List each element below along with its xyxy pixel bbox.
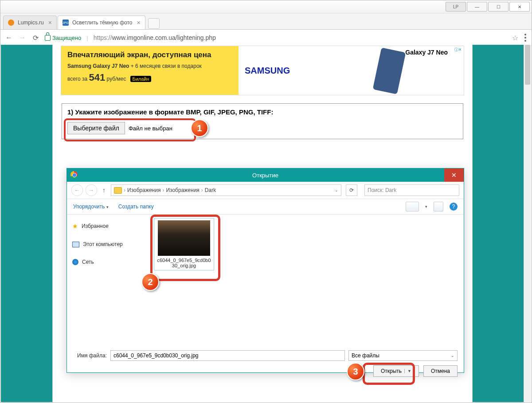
filename-label: Имя файла:: [73, 352, 107, 359]
file-type-select[interactable]: Все файлы⌄: [348, 350, 458, 361]
sidebar-item-network[interactable]: Сеть: [70, 256, 145, 268]
secure-label: Защищено: [52, 35, 81, 41]
url-field[interactable]: https://www.imgonline.com.ua/lightening.…: [94, 34, 507, 41]
tab-label: Осветлить тёмную фото: [72, 20, 133, 26]
choose-file-button[interactable]: Выберите файл: [67, 122, 125, 134]
file-name-label: c6044_0_967e5_9cd0b030_orig.jpg: [156, 258, 212, 268]
upload-form-box: 1) Укажите изображение в формате BMP, GI…: [62, 103, 463, 139]
browser-tabbar: Lumpics.ru × JPG Осветлить тёмную фото ×: [0, 13, 532, 30]
tab-lumpics[interactable]: Lumpics.ru ×: [3, 16, 57, 29]
chrome-icon: [70, 171, 78, 178]
samsung-logo: SAMSUNG: [245, 66, 290, 76]
chevron-down-icon[interactable]: ⌄: [335, 188, 338, 192]
sidebar-item-computer[interactable]: Этот компьютер: [70, 239, 145, 250]
tab-label: Lumpics.ru: [18, 20, 44, 26]
lock-icon: [45, 35, 51, 41]
favicon-icon: [8, 20, 14, 26]
preview-pane-button[interactable]: [434, 202, 443, 211]
step-1-label: 1) Укажите изображение в формате BMP, GI…: [67, 108, 458, 116]
cancel-button[interactable]: Отмена: [423, 365, 458, 377]
chevron-down-icon[interactable]: ▾: [425, 204, 427, 209]
dialog-search-input[interactable]: Поиск: Dark: [364, 184, 459, 196]
sidebar-item-label: Избранное: [82, 223, 109, 229]
marker-3: 3: [347, 363, 364, 380]
thumbnail-image: [158, 220, 210, 256]
crumb[interactable]: Изображения: [127, 187, 160, 193]
sidebar-item-label: Сеть: [82, 259, 94, 265]
open-button[interactable]: Открыть▼: [373, 365, 419, 377]
filename-input[interactable]: [110, 350, 345, 361]
ad-banner[interactable]: Впечатляющий экран, доступная цена Samsu…: [61, 46, 464, 95]
dialog-sidebar: ★Избранное Этот компьютер Сеть: [67, 215, 148, 348]
window-close-button[interactable]: ✕: [509, 2, 530, 12]
scrollbar-thumb[interactable]: [525, 45, 530, 85]
forward-button[interactable]: →: [18, 34, 26, 42]
bookmark-star-icon[interactable]: ☆: [512, 34, 518, 42]
star-icon: ★: [72, 223, 78, 230]
chevron-down-icon: ⌄: [451, 353, 454, 358]
address-bar: ← → ⟳ Защищено | https://www.imgonline.c…: [0, 30, 532, 46]
close-tab-icon[interactable]: ×: [48, 19, 52, 26]
reload-button[interactable]: ⟳: [31, 34, 39, 42]
sidebar-item-favorites[interactable]: ★Избранное: [70, 220, 145, 232]
breadcrumb[interactable]: › Изображения› Изображения› Dark ⌄: [111, 184, 341, 196]
favicon-icon: JPG: [63, 20, 69, 26]
no-file-label: Файл не выбран: [129, 125, 172, 132]
view-mode-button[interactable]: [406, 202, 419, 211]
dialog-title: Открытие: [252, 172, 278, 179]
vertical-scrollbar[interactable]: [524, 45, 531, 402]
secure-indicator[interactable]: Защищено: [45, 35, 81, 41]
computer-icon: [72, 242, 79, 247]
ad-subline: Samsung Galaxy J7 Neo + 6 месяцев связи …: [67, 62, 232, 70]
ad-price-line: всего за 541 руб/мес Билайн: [67, 70, 232, 85]
nav-refresh-button[interactable]: ⟳: [346, 184, 357, 196]
ad-product: Galaxy J7 Neo: [405, 49, 448, 56]
file-item[interactable]: c6044_0_967e5_9cd0b030_orig.jpg 2: [154, 218, 220, 270]
back-button[interactable]: ←: [5, 34, 13, 42]
sidebar-item-label: Этот компьютер: [83, 241, 123, 247]
crumb[interactable]: Dark: [205, 187, 216, 193]
nav-up-button[interactable]: ↑: [102, 187, 106, 194]
file-open-dialog: Открытие ✕ ← → ↑ › Изображения› Изображе…: [66, 168, 464, 373]
dialog-titlebar[interactable]: Открытие ✕: [67, 168, 464, 182]
nav-back-button[interactable]: ←: [71, 184, 83, 196]
file-type-label: Все файлы: [352, 352, 379, 359]
file-input-row: Выберите файл Файл не выбран 1: [67, 122, 458, 134]
browser-menu-icon[interactable]: [524, 32, 527, 43]
marker-2: 2: [141, 273, 159, 291]
file-pane[interactable]: c6044_0_967e5_9cd0b030_orig.jpg 2: [148, 215, 464, 348]
phone-image: [373, 47, 406, 94]
tab-imgonline[interactable]: JPG Осветлить тёмную фото ×: [58, 16, 145, 29]
nav-forward-button[interactable]: →: [86, 184, 97, 196]
new-folder-button[interactable]: Создать папку: [118, 203, 154, 210]
close-tab-icon[interactable]: ×: [137, 19, 140, 26]
window-titlebar: LP — ☐ ✕: [0, 0, 532, 13]
help-icon[interactable]: ?: [450, 203, 458, 211]
network-icon: [72, 259, 78, 265]
adchoices-icon[interactable]: ⓘ✕: [454, 47, 462, 53]
dialog-body: ★Избранное Этот компьютер Сеть c6044_0_9…: [67, 215, 464, 348]
marker-1: 1: [191, 119, 208, 137]
ad-headline: Впечатляющий экран, доступная цена: [67, 51, 232, 59]
browser-window: LP — ☐ ✕ Lumpics.ru × JPG Осветлить тёмн…: [0, 0, 532, 403]
dialog-nav: ← → ↑ › Изображения› Изображения› Dark ⌄…: [67, 182, 464, 199]
crumb[interactable]: Изображения: [166, 187, 199, 193]
chevron-down-icon[interactable]: ▼: [404, 369, 411, 373]
maximize-button[interactable]: ☐: [488, 2, 509, 12]
folder-icon: [114, 187, 122, 194]
dialog-close-button[interactable]: ✕: [444, 168, 464, 182]
ad-left: Впечатляющий экран, доступная цена Samsu…: [61, 46, 239, 95]
minimize-button[interactable]: —: [467, 2, 487, 12]
dialog-footer: Имя файла: Все файлы⌄ 3 Открыть▼ Отмена: [67, 348, 464, 385]
ad-right: SAMSUNG Galaxy J7 Neo ⓘ✕: [239, 46, 464, 95]
url-text: www.imgonline.com.ua/lightening.php: [112, 34, 216, 41]
lp-badge: LP: [446, 2, 466, 12]
search-placeholder: Поиск: Dark: [368, 187, 396, 193]
new-tab-button[interactable]: [148, 18, 160, 29]
organize-menu[interactable]: Упорядочить ▾: [73, 203, 109, 210]
dialog-toolbar: Упорядочить ▾ Создать папку ▾ ?: [67, 199, 464, 215]
url-protocol: https://: [94, 34, 112, 41]
